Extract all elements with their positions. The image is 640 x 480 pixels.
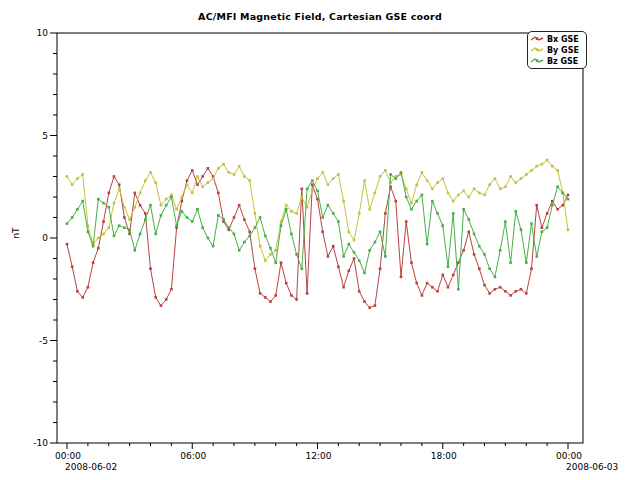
series-marker-bz-gse — [149, 204, 152, 207]
series-marker-by-gse — [499, 188, 502, 191]
plot-area: 00:0006:0012:0018:0000:002008-06-022008-… — [0, 0, 640, 480]
series-marker-bx-gse — [160, 304, 163, 307]
series-marker-by-gse — [363, 179, 366, 182]
series-marker-bx-gse — [259, 292, 262, 295]
series-marker-by-gse — [410, 202, 413, 205]
series-marker-bz-gse — [248, 235, 251, 238]
series-marker-bz-gse — [191, 220, 194, 223]
series-marker-by-gse — [447, 192, 450, 195]
series-marker-bx-gse — [441, 274, 444, 277]
series-marker-bx-gse — [426, 282, 429, 285]
series-marker-bx-gse — [530, 267, 533, 270]
x-axis-date-label: 2008-06-02 — [65, 462, 117, 472]
series-marker-bx-gse — [154, 296, 157, 299]
series-marker-bx-gse — [295, 298, 298, 301]
series-marker-bz-gse — [353, 251, 356, 254]
series-marker-by-gse — [426, 179, 429, 182]
series-marker-bx-gse — [264, 296, 267, 299]
series-marker-by-gse — [530, 169, 533, 172]
series-marker-by-gse — [441, 177, 444, 180]
series-marker-bz-gse — [535, 255, 538, 258]
series-marker-bx-gse — [488, 292, 491, 295]
series-marker-bz-gse — [186, 216, 189, 219]
x-axis-tick-label: 12:00 — [306, 451, 332, 461]
series-marker-bz-gse — [488, 267, 491, 270]
series-marker-bz-gse — [259, 216, 262, 219]
series-marker-by-gse — [384, 169, 387, 172]
series-marker-by-gse — [269, 253, 272, 256]
series-marker-bz-gse — [207, 237, 210, 240]
series-marker-bz-gse — [374, 241, 377, 244]
series-marker-bx-gse — [321, 231, 324, 234]
series-marker-by-gse — [379, 175, 382, 178]
series-marker-by-gse — [337, 173, 340, 176]
series-marker-bz-gse — [285, 208, 288, 211]
series-marker-bz-gse — [92, 245, 95, 248]
series-marker-bx-gse — [269, 300, 272, 303]
series-marker-bx-gse — [327, 255, 330, 258]
series-marker-by-gse — [113, 202, 116, 205]
series-marker-by-gse — [248, 179, 251, 182]
series-marker-bz-gse — [217, 214, 220, 217]
series-marker-by-gse — [525, 173, 528, 176]
series-marker-by-gse — [71, 183, 74, 186]
series-marker-bx-gse — [196, 183, 199, 186]
series-marker-bz-gse — [405, 196, 408, 199]
series-marker-bz-gse — [118, 224, 121, 227]
series-marker-bx-gse — [97, 247, 100, 250]
series-marker-bx-gse — [201, 175, 204, 178]
series-marker-bz-gse — [295, 253, 298, 256]
series-marker-by-gse — [175, 208, 178, 211]
legend-item-bz: Bz GSE — [531, 56, 583, 66]
series-marker-by-gse — [102, 233, 105, 236]
series-marker-bz-gse — [447, 265, 450, 268]
legend-label-bz: Bz GSE — [547, 57, 578, 66]
series-marker-by-gse — [207, 181, 210, 184]
series-marker-by-gse — [546, 159, 549, 162]
series-marker-bz-gse — [421, 194, 424, 197]
series-marker-bz-gse — [311, 179, 314, 182]
series-marker-bx-gse — [483, 284, 486, 287]
series-marker-by-gse — [488, 183, 491, 186]
series-marker-by-gse — [165, 198, 168, 201]
series-marker-bx-gse — [290, 294, 293, 297]
series-marker-by-gse — [217, 167, 220, 170]
series-marker-bz-gse — [71, 216, 74, 219]
series-marker-bz-gse — [546, 226, 549, 229]
series-marker-bx-gse — [170, 288, 173, 291]
series-marker-bx-gse — [431, 286, 434, 289]
series-marker-bx-gse — [567, 194, 570, 197]
series-marker-by-gse — [186, 183, 189, 186]
series-marker-bz-gse — [144, 218, 147, 221]
series-marker-bx-gse — [248, 231, 251, 234]
series-marker-by-gse — [222, 163, 225, 166]
series-marker-by-gse — [108, 226, 111, 229]
series-marker-bx-gse — [301, 188, 304, 191]
series-marker-bz-gse — [410, 208, 413, 211]
series-marker-bx-gse — [285, 282, 288, 285]
y-axis-tick-label: -5 — [39, 336, 48, 346]
series-marker-bz-gse — [478, 245, 481, 248]
series-marker-bz-gse — [452, 212, 455, 215]
series-marker-by-gse — [238, 165, 241, 168]
series-marker-by-gse — [191, 192, 194, 195]
series-marker-bx-gse — [363, 300, 366, 303]
series-marker-bz-gse — [134, 249, 137, 252]
series-marker-bz-gse — [154, 233, 157, 236]
series-marker-by-gse — [259, 245, 262, 248]
series-marker-bx-gse — [311, 183, 314, 186]
series-marker-bz-gse — [201, 226, 204, 229]
series-marker-by-gse — [228, 171, 231, 174]
series-marker-bz-gse — [170, 196, 173, 199]
series-marker-bz-gse — [181, 210, 184, 213]
series-marker-bx-gse — [400, 276, 403, 279]
series-marker-by-gse — [144, 179, 147, 182]
legend-label-bx: Bx GSE — [547, 35, 579, 44]
series-marker-by-gse — [515, 181, 518, 184]
series-marker-bx-gse — [410, 261, 413, 264]
series-marker-bz-gse — [212, 245, 215, 248]
series-marker-bx-gse — [149, 267, 152, 270]
series-marker-bx-gse — [144, 212, 147, 215]
series-marker-by-gse — [196, 175, 199, 178]
series-marker-bz-gse — [509, 261, 512, 264]
